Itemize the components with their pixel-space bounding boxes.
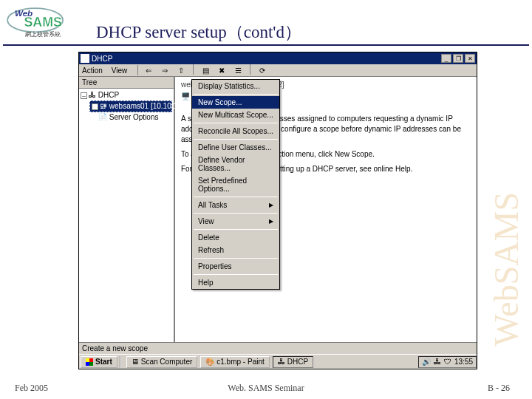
context-menu-label: Define User Classes... bbox=[198, 143, 271, 151]
tray-icon-3[interactable]: 🛡 bbox=[444, 358, 451, 366]
tree-server-options[interactable]: 📄 Server Options bbox=[98, 112, 172, 123]
footer-page: B - 26 bbox=[488, 383, 510, 394]
taskbar: Start 🖥 Scan Computer 🎨 c1.bmp - Paint 🖧… bbox=[79, 354, 477, 369]
logo-sub: 網上校管系統 bbox=[24, 31, 61, 38]
slide-footer: Feb 2005 Web. SAMS Seminar B - 26 bbox=[0, 380, 532, 396]
context-menu-label: Define Vendor Classes... bbox=[198, 156, 273, 172]
context-menu-label: New Scope... bbox=[198, 98, 242, 106]
context-menu-item[interactable]: Properties bbox=[192, 260, 279, 273]
context-menu-separator bbox=[194, 213, 278, 214]
context-menu-label: Delete bbox=[198, 233, 219, 242]
footer-center: Web. SAMS Seminar bbox=[228, 383, 304, 394]
slide-title: DHCP server setup（cont'd） bbox=[96, 21, 301, 44]
tray-icon-1[interactable]: 🔊 bbox=[422, 358, 431, 366]
title-underline bbox=[3, 44, 529, 46]
context-menu-item[interactable]: New Multicast Scope... bbox=[192, 109, 279, 121]
menu-action[interactable]: Action bbox=[82, 66, 103, 75]
context-menu-separator bbox=[194, 94, 278, 95]
taskbar-dhcp[interactable]: 🖧 DHCP bbox=[273, 356, 313, 368]
context-menu-label: Properties bbox=[198, 262, 232, 270]
taskbar-paint[interactable]: 🎨 c1.bmp - Paint bbox=[200, 356, 269, 368]
window-titlebar[interactable]: DHCP _ ❐ ✕ bbox=[79, 52, 477, 64]
clock: 13:55 bbox=[454, 358, 473, 366]
close-button[interactable]: ✕ bbox=[465, 54, 475, 63]
statusbar-text: Create a new scope bbox=[82, 344, 148, 352]
context-menu-item[interactable]: Define Vendor Classes... bbox=[192, 154, 279, 174]
forward-icon[interactable]: ⇒ bbox=[159, 64, 171, 76]
context-menu-separator bbox=[194, 229, 278, 230]
context-menu-label: View bbox=[198, 217, 214, 225]
context-menu-label: Reconcile All Scopes... bbox=[198, 127, 273, 135]
system-tray[interactable]: 🔊 🖧 🛡 13:55 bbox=[418, 356, 477, 368]
tree-server-selected[interactable]: –🖳 websams01 [10.10.1.1] bbox=[89, 100, 172, 112]
start-button[interactable]: Start bbox=[81, 356, 117, 368]
logo-sams: SAMS bbox=[24, 15, 62, 30]
context-menu-label: All Tasks bbox=[198, 201, 227, 209]
menubar: Action View ⇐ ⇒ ⇧ ▤ ✖ ☰ ⟳ bbox=[79, 64, 477, 77]
app-icon bbox=[81, 54, 89, 63]
statusbar: Create a new scope bbox=[79, 342, 477, 354]
maximize-button[interactable]: ❐ bbox=[453, 54, 463, 63]
list-icon[interactable]: ▤ bbox=[200, 64, 211, 76]
context-menu-separator bbox=[194, 123, 278, 123]
context-menu-item[interactable]: Set Predefined Options... bbox=[192, 174, 279, 195]
context-menu-separator bbox=[194, 258, 278, 259]
windows-icon bbox=[86, 358, 93, 366]
back-icon[interactable]: ⇐ bbox=[143, 64, 154, 76]
context-menu[interactable]: Display Statistics...New Scope...New Mul… bbox=[191, 79, 280, 290]
context-menu-item[interactable]: Reconcile All Scopes... bbox=[192, 125, 279, 137]
context-menu-label: Refresh bbox=[198, 246, 224, 254]
tree-root[interactable]: –🖧 DHCP bbox=[81, 90, 172, 100]
context-menu-item[interactable]: Refresh bbox=[192, 244, 279, 256]
tree-pane: Tree –🖧 DHCP –🖳 websams01 [10.10.1.1] 📄 … bbox=[79, 77, 175, 347]
context-menu-separator bbox=[194, 139, 278, 140]
tray-icon-2[interactable]: 🖧 bbox=[434, 358, 441, 366]
footer-date: Feb 2005 bbox=[15, 383, 48, 394]
refresh-icon[interactable]: ⟳ bbox=[256, 64, 268, 76]
taskbar-scan[interactable]: 🖥 Scan Computer bbox=[126, 356, 197, 368]
context-menu-item[interactable]: Display Statistics... bbox=[192, 80, 279, 92]
context-menu-separator bbox=[194, 274, 278, 275]
minimize-button[interactable]: _ bbox=[441, 54, 451, 63]
context-menu-label: Help bbox=[198, 279, 214, 287]
context-menu-item[interactable]: New Scope... bbox=[192, 96, 279, 109]
context-menu-item[interactable]: Define User Classes... bbox=[192, 141, 279, 154]
context-menu-item[interactable]: Delete bbox=[192, 231, 279, 244]
context-menu-item[interactable]: Help bbox=[192, 276, 279, 289]
context-menu-item[interactable]: View▶ bbox=[192, 215, 279, 228]
tree-header: Tree bbox=[79, 77, 174, 89]
menu-view[interactable]: View bbox=[112, 66, 128, 75]
context-menu-item[interactable]: All Tasks▶ bbox=[192, 199, 279, 211]
watermark-text: WebSAMS bbox=[487, 192, 526, 346]
submenu-arrow-icon: ▶ bbox=[269, 218, 273, 225]
dhcp-window: DHCP _ ❐ ✕ Action View ⇐ ⇒ ⇧ ▤ ✖ ☰ ⟳ bbox=[78, 52, 477, 369]
context-menu-label: Set Predefined Options... bbox=[198, 177, 273, 193]
submenu-arrow-icon: ▶ bbox=[269, 202, 273, 208]
context-menu-separator bbox=[194, 197, 278, 197]
window-title: DHCP bbox=[92, 55, 112, 63]
up-icon[interactable]: ⇧ bbox=[175, 64, 187, 76]
context-menu-label: Display Statistics... bbox=[198, 82, 260, 90]
properties-icon[interactable]: ☰ bbox=[232, 64, 244, 76]
logo: Web SAMS 網上校管系統 bbox=[4, 3, 86, 40]
delete-icon[interactable]: ✖ bbox=[216, 64, 228, 76]
context-menu-label: New Multicast Scope... bbox=[198, 111, 273, 119]
